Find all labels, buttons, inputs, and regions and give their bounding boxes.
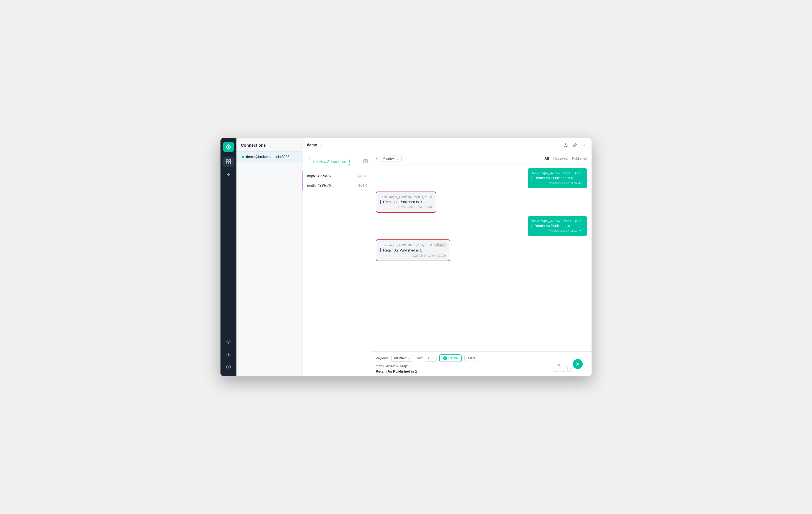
msg-qos-r0: QoS: 0 <box>422 195 432 199</box>
compose-qos-selector[interactable]: 0 ⌄ <box>426 355 437 362</box>
sub-qos-0: QoS 0 <box>358 175 367 178</box>
collapse-subscriptions-icon[interactable] <box>363 159 368 164</box>
payload-label: Payload: <box>376 356 389 360</box>
message-sent-1: Topic: mqttx_4299c767/rap1 QoS: 0 Retain… <box>528 216 587 236</box>
sidebar-info-icon[interactable] <box>223 362 234 372</box>
payload-type-selector[interactable]: Plaintext ⌄ <box>380 155 402 162</box>
retain-badge: Retain <box>434 243 446 247</box>
sub-topic-0: mqttx_4299c76... <box>307 174 334 178</box>
svg-rect-3 <box>229 162 231 164</box>
nav-plus-button[interactable]: + <box>567 366 573 372</box>
sidebar <box>221 138 236 376</box>
subscription-item-0[interactable]: mqttx_4299c76... QoS 0 <box>302 172 371 181</box>
connections-title: Connections <box>236 138 302 152</box>
messages-area: Plaintext ⌄ All Received Published <box>371 152 591 376</box>
nav-back-button[interactable]: ← <box>553 366 559 372</box>
compose-payload-type[interactable]: Plaintext ⌄ <box>392 355 413 362</box>
msg-topic-r1: Topic: mqttx_4299c767/rap1 <box>380 243 420 247</box>
message-received-1: Topic: mqttx_4299c767/rap1 QoS: 0 Retain… <box>376 239 450 261</box>
qos-label: QoS: <box>416 356 423 360</box>
send-button[interactable] <box>573 359 583 369</box>
topbar-connection-name: demo <box>307 143 317 147</box>
new-subscription-button[interactable]: + + New Subscription <box>309 158 350 166</box>
message-received-0: Topic: mqttx_4299c767/rap0 QoS: 0 Retain… <box>376 191 436 213</box>
connection-item[interactable]: demo@broker.emqx.io:8083 <box>236 152 302 162</box>
sidebar-connections-icon[interactable] <box>223 157 234 167</box>
connection-address: demo@broker.emqx.io:8083 <box>246 155 289 159</box>
filter-tab-received[interactable]: Received <box>553 157 568 160</box>
compose-payload-type-label: Plaintext <box>394 356 407 360</box>
sidebar-subscribe-icon[interactable] <box>223 349 234 360</box>
plaintext-dot <box>376 157 378 160</box>
subscription-item-1[interactable]: mqttx_4299c76... QoS 0 <box>302 181 371 190</box>
svg-point-12 <box>586 145 586 145</box>
msg-qos-0: QoS: 0 <box>573 172 583 175</box>
compose-qos-value: 0 <box>428 356 430 360</box>
msg-timestamp-r0: 2023-05-04 17:04:37:944 <box>380 206 432 209</box>
msg-timestamp-1: 2023-05-04 17:04:42:718 <box>531 230 583 233</box>
sidebar-settings-icon[interactable] <box>223 336 234 347</box>
payload-type-label: Plaintext <box>383 157 395 160</box>
compose-nav-buttons: ← − + <box>553 366 573 372</box>
message-sent-0: Topic: mqttx_4299c767/rap0 QoS: 0 Retain… <box>528 168 587 188</box>
filter-tab-all[interactable]: All <box>545 157 549 160</box>
msg-timestamp-0: 2023-05-04 17:04:37:658 <box>531 182 583 185</box>
msg-body-1: Retain As Published is 1 <box>531 224 583 228</box>
svg-point-11 <box>584 145 585 145</box>
retain-check-icon: ✓ <box>443 356 447 360</box>
retain-button[interactable]: ✓ Retain <box>439 354 462 362</box>
meta-button[interactable]: Meta <box>464 355 479 362</box>
filter-tabs: All Received Published <box>545 157 587 160</box>
msg-body-0: Retain As Published is 0 <box>531 176 583 180</box>
compose-bar: Payload: Plaintext ⌄ QoS: 0 ⌄ ✓ Retain <box>371 352 591 376</box>
svg-rect-0 <box>226 160 228 161</box>
msg-meta-r1: Topic: mqttx_4299c767/rap1 QoS: 0 Retain <box>380 243 446 247</box>
messages-list: Topic: mqttx_4299c767/rap0 QoS: 0 Retain… <box>371 165 591 352</box>
msg-topic-0: Topic: mqttx_4299c767/rap0 <box>531 172 571 175</box>
power-icon[interactable] <box>563 142 569 148</box>
content-area: + + New Subscription mqttx_4299c76... Qo… <box>302 152 591 376</box>
nav-minus-button[interactable]: − <box>560 366 566 372</box>
edit-icon[interactable] <box>572 142 578 148</box>
app-logo[interactable] <box>223 142 234 152</box>
svg-rect-1 <box>229 160 231 161</box>
sub-qos-1: QoS 0 <box>358 184 367 187</box>
msg-timestamp-r1: 2023-05-04 17:04:43:000 <box>380 254 446 257</box>
new-subscription-label: + New Subscription <box>316 160 346 164</box>
topbar-dropdown-icon[interactable]: ⌄ <box>319 143 322 147</box>
connection-status-dot <box>242 156 244 158</box>
plus-icon: + <box>313 160 315 164</box>
connections-panel: Connections demo@broker.emqx.io:8083 <box>236 138 302 376</box>
msg-body-r1: Retain As Published is 1 <box>380 248 446 252</box>
more-icon[interactable] <box>582 142 587 148</box>
msg-body-r0: Retain As Published is 0 <box>380 200 432 204</box>
msg-topic-1: Topic: mqttx_4299c767/rap1 <box>531 219 571 222</box>
msg-qos-r1: QoS: 0 <box>422 243 432 247</box>
compose-topic[interactable]: mqttx_4299c767/rap1 <box>376 364 565 368</box>
svg-point-10 <box>582 145 583 145</box>
svg-rect-13 <box>364 160 365 163</box>
svg-rect-14 <box>366 160 368 163</box>
compose-toolbar: Payload: Plaintext ⌄ QoS: 0 ⌄ ✓ Retain <box>376 354 587 362</box>
compose-body[interactable]: Retain As Published is 1 <box>376 369 565 373</box>
main-content: demo ⌄ <box>302 138 591 376</box>
svg-point-9 <box>228 366 229 366</box>
sub-topic-1: mqttx_4299c76... <box>307 184 334 187</box>
compose-qos-chevron-icon: ⌄ <box>431 356 434 360</box>
msg-topic-r0: Topic: mqttx_4299c767/rap0 <box>380 195 420 199</box>
topbar-actions <box>563 142 587 148</box>
svg-point-6 <box>228 341 229 342</box>
subscriptions-panel: + + New Subscription mqttx_4299c76... Qo… <box>302 152 371 376</box>
chevron-down-icon: ⌄ <box>396 157 399 160</box>
topbar: demo ⌄ <box>302 138 591 152</box>
subscriptions-header: + + New Subscription <box>302 152 371 172</box>
retain-label: Retain <box>448 356 458 360</box>
compose-input-area: mqttx_4299c767/rap1 Retain As Published … <box>376 364 587 373</box>
compose-chevron-icon: ⌄ <box>408 356 410 360</box>
filter-tab-published[interactable]: Published <box>572 157 587 160</box>
meta-label: Meta <box>468 356 475 360</box>
msg-meta-r0: Topic: mqttx_4299c767/rap0 QoS: 0 <box>380 195 432 199</box>
msg-meta-0: Topic: mqttx_4299c767/rap0 QoS: 0 <box>531 172 583 175</box>
sidebar-add-icon[interactable] <box>223 169 234 180</box>
svg-rect-2 <box>226 162 228 164</box>
